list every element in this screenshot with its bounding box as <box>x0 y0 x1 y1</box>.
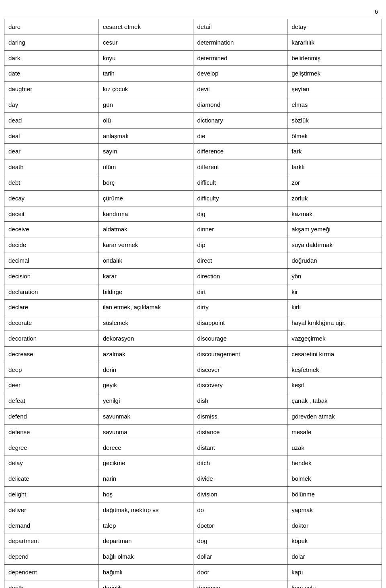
table-cell: belirlenmiş <box>287 50 382 66</box>
word-entry: gecikme <box>103 458 189 468</box>
table-cell: gün <box>99 97 193 112</box>
word-entry: dolar <box>292 551 378 562</box>
word-entry: koyu <box>103 53 189 63</box>
table-cell: fark <box>287 144 382 159</box>
word-entry: deal <box>8 131 94 141</box>
table-cell: determined <box>193 50 287 66</box>
word-entry: kararlılık <box>292 37 378 48</box>
word-entry: decimal <box>8 255 94 266</box>
table-cell: azalmak <box>99 346 193 362</box>
table-cell: karar vermek <box>99 237 193 253</box>
word-entry: depth <box>8 583 94 588</box>
word-entry: ölüm <box>103 162 189 172</box>
table-cell: kir <box>287 284 382 300</box>
table-cell: deer <box>4 378 99 393</box>
table-cell: akşam yemeği <box>287 222 382 237</box>
table-cell: ölüm <box>99 159 193 175</box>
word-entry: distance <box>197 427 283 437</box>
table-cell: depth <box>4 580 99 588</box>
table-cell: anlaşmak <box>99 128 193 144</box>
word-entry: fark <box>292 146 378 157</box>
word-entry: zorluk <box>292 193 378 204</box>
word-entry: dog <box>197 536 283 546</box>
word-entry: dig <box>197 209 283 219</box>
table-cell: decide <box>4 237 99 253</box>
word-entry: difficult <box>197 178 283 188</box>
table-cell: do <box>193 502 287 518</box>
word-entry: geyik <box>103 380 189 390</box>
word-entry: decay <box>8 193 94 204</box>
word-entry: kız çocuk <box>103 84 189 94</box>
table-cell: cesur <box>99 35 193 50</box>
table-cell: dare <box>4 19 99 35</box>
table-cell: bağlı olmak <box>99 549 193 565</box>
table-cell: develop <box>193 66 287 82</box>
word-entry: discovery <box>197 380 283 390</box>
table-cell: kararlılık <box>287 35 382 50</box>
table-cell: dip <box>193 237 287 253</box>
table-cell: uzak <box>287 440 382 455</box>
word-entry: delicate <box>8 474 94 484</box>
word-entry: dark <box>8 53 94 63</box>
table-cell: door <box>193 564 287 580</box>
word-entry: dağıtmak, mektup vs <box>103 505 189 515</box>
table-cell: farklı <box>287 159 382 175</box>
word-entry: zor <box>292 178 378 188</box>
word-entry: derece <box>103 443 189 453</box>
word-entry: dollar <box>197 551 283 562</box>
table-cell: dish <box>193 393 287 409</box>
table-cell: koyu <box>99 50 193 66</box>
word-entry: dinner <box>197 224 283 235</box>
table-cell: decorate <box>4 315 99 331</box>
table-cell: ölmek <box>287 128 382 144</box>
table-cell: görevden atmak <box>287 408 382 424</box>
table-cell: zorluk <box>287 190 382 206</box>
word-entry: çanak , tabak <box>292 396 378 406</box>
table-cell: yenilgi <box>99 393 193 409</box>
table-cell: die <box>193 128 287 144</box>
table-cell: difference <box>193 144 287 159</box>
table-cell: decay <box>4 190 99 206</box>
table-cell: different <box>193 159 287 175</box>
word-entry: diamond <box>197 100 283 110</box>
word-entry: savunma <box>103 427 189 437</box>
word-entry: deliver <box>8 505 94 515</box>
table-cell: dirty <box>193 300 287 315</box>
word-entry: kapı yolu <box>292 583 378 588</box>
word-entry: ditch <box>197 458 283 468</box>
word-entry: sözlük <box>292 115 378 126</box>
word-entry: dismiss <box>197 411 283 422</box>
word-entry: dictionary <box>197 115 283 126</box>
table-cell: keşif <box>287 378 382 393</box>
table-cell: delight <box>4 486 99 502</box>
table-cell: dog <box>193 533 287 549</box>
word-entry: dare <box>8 22 94 32</box>
word-entry: uzak <box>292 443 378 453</box>
word-entry: kazmak <box>292 209 378 219</box>
word-entry: cesur <box>103 37 189 48</box>
table-cell: degree <box>4 440 99 455</box>
word-entry: declare <box>8 302 94 312</box>
table-cell: hoş <box>99 486 193 502</box>
table-cell: vazgeçirmek <box>287 331 382 346</box>
page-number: 6 <box>4 8 382 15</box>
word-entry: keşfetmek <box>292 365 378 375</box>
table-cell: ondalık <box>99 253 193 268</box>
word-entry: delight <box>8 489 94 500</box>
table-cell: bildirge <box>99 284 193 300</box>
word-entry: farklı <box>292 162 378 172</box>
word-entry: suya daldırmak <box>292 240 378 250</box>
word-entry: kir <box>292 287 378 297</box>
table-cell: declaration <box>4 284 99 300</box>
table-cell: demand <box>4 518 99 533</box>
table-cell: cesaret etmek <box>99 19 193 35</box>
table-cell: süslemek <box>99 315 193 331</box>
word-entry: kandırma <box>103 209 189 219</box>
word-entry: ondalık <box>103 255 189 266</box>
word-entry: cesaretini kırma <box>292 349 378 359</box>
word-entry: degree <box>8 443 94 453</box>
word-entry: dish <box>197 396 283 406</box>
table-cell: dağıtmak, mektup vs <box>99 502 193 518</box>
word-entry: doctor <box>197 521 283 531</box>
word-entry: belirlenmiş <box>292 53 378 63</box>
